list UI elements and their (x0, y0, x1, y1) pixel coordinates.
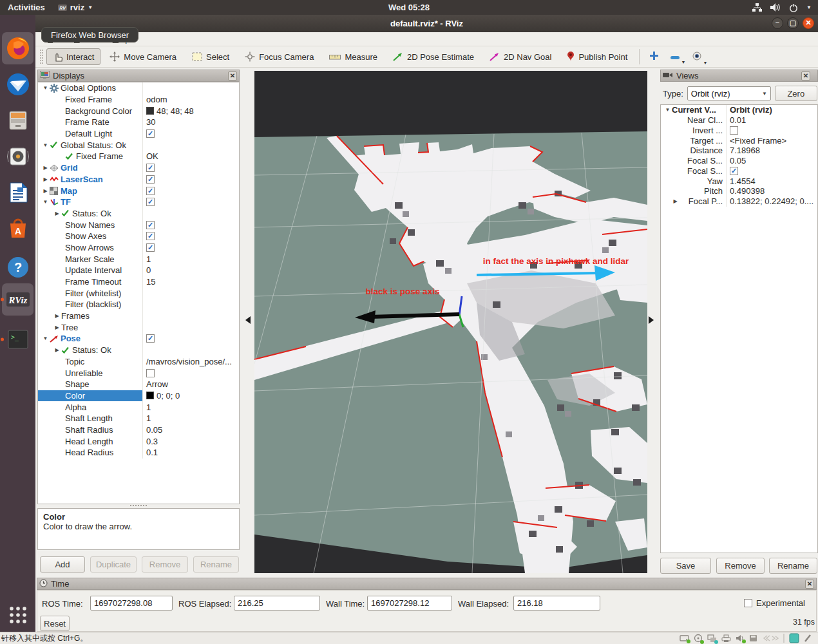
property-value[interactable]: 0.05 (730, 156, 746, 166)
tree-row[interactable]: Alpha1 (38, 401, 239, 413)
camera-view-button[interactable]: ▼ (687, 49, 707, 65)
tree-row[interactable]: Marker Scale1 (38, 253, 239, 265)
checkbox[interactable] (146, 369, 155, 377)
volume-icon[interactable] (770, 3, 781, 12)
property-value[interactable]: 1 (146, 402, 151, 412)
checkbox[interactable]: ✓ (146, 243, 155, 252)
pencil-icon[interactable] (804, 634, 812, 643)
tree-row[interactable]: ▼Global Options (38, 82, 239, 94)
tree-row[interactable]: ▼Global Status: Ok (38, 139, 239, 151)
expander-open-icon[interactable]: ▼ (41, 85, 50, 91)
checkbox[interactable] (730, 126, 738, 135)
color-swatch[interactable] (146, 392, 154, 399)
dock-item-terminal[interactable]: >_ (2, 323, 33, 355)
tree-row[interactable]: ▶Frames (38, 310, 239, 322)
collapse-left-panel-handle[interactable] (245, 316, 251, 324)
clock[interactable]: Wed 05:28 (0, 3, 818, 12)
property-value[interactable]: 0.3 (146, 437, 158, 446)
tree-row[interactable]: Head Radius0.1 (38, 447, 239, 459)
property-value[interactable]: 1.4554 (730, 176, 756, 186)
expander-open-icon[interactable]: ▼ (41, 199, 50, 205)
tree-row[interactable]: ▶LaserScan✓ (38, 174, 239, 185)
chevron-down-icon[interactable]: ▼ (806, 5, 812, 10)
property-value[interactable]: 0.05 (146, 425, 162, 435)
property-value[interactable]: odom (146, 95, 167, 104)
printer-icon[interactable] (721, 634, 731, 643)
2d-pose-estimate-tool[interactable]: 2D Pose Estimate (386, 49, 480, 65)
duplicate-button[interactable]: Duplicate (90, 556, 137, 573)
tree-row[interactable]: Frame Rate30 (38, 117, 239, 128)
checkbox[interactable]: ✓ (146, 221, 155, 229)
move-camera-tool[interactable]: Move Camera (103, 48, 183, 65)
tree-row[interactable]: Near Cl...0.01 (661, 115, 817, 126)
tree-row[interactable]: Head Length0.3 (38, 435, 239, 447)
view-type-select[interactable]: Orbit (rviz)▼ (687, 86, 771, 100)
wall-time-input[interactable] (367, 596, 452, 611)
dock-item-rhythmbox[interactable] (2, 140, 33, 173)
tree-row[interactable]: Shaft Length1 (38, 413, 239, 424)
checkbox[interactable]: ✓ (730, 167, 738, 175)
tree-row[interactable]: ▼Pose✓ (38, 333, 239, 345)
app-menu-button[interactable]: RV rviz ▼ (53, 3, 98, 12)
rename-view-button[interactable]: Rename (769, 558, 817, 574)
maximize-button[interactable]: ▢ (787, 17, 799, 29)
tree-row[interactable]: Frame Timeout15 (38, 276, 239, 288)
property-value[interactable]: Orbit (rviz) (730, 105, 772, 115)
property-value[interactable]: <Fixed Frame> (730, 136, 786, 146)
power-icon[interactable] (789, 3, 798, 12)
remove-view-button[interactable]: Remove (716, 558, 765, 574)
dock-item-help[interactable]: ? (2, 251, 33, 283)
3d-viewport[interactable]: in fact the axis in pixhawk and lidar bl… (254, 71, 647, 573)
activities-button[interactable]: Activities (0, 3, 53, 12)
tree-row[interactable]: Show Axes✓ (38, 231, 239, 242)
tree-row[interactable]: Color0; 0; 0 (38, 390, 239, 402)
dock-item-files[interactable] (2, 104, 33, 137)
expander-closed-icon[interactable]: ▶ (41, 188, 50, 194)
tree-row[interactable]: Filter (blacklist) (38, 299, 239, 310)
checkbox[interactable]: ✓ (146, 198, 155, 206)
input-method-icon[interactable] (789, 633, 799, 643)
expander-closed-icon[interactable]: ▶ (53, 347, 61, 353)
tree-row[interactable]: Target ...<Fixed Frame> (661, 135, 817, 146)
checkbox[interactable]: ✓ (146, 175, 155, 184)
dock-item-firefox[interactable] (2, 32, 33, 64)
tree-row[interactable]: Unreliable (38, 367, 239, 379)
property-value[interactable]: OK (146, 151, 158, 161)
zoom-out-button[interactable]: ▼ (666, 50, 685, 64)
save-view-button[interactable]: Save (660, 558, 711, 574)
tree-row[interactable]: Shaft Radius0.05 (38, 424, 239, 436)
property-value[interactable]: 15 (146, 277, 155, 287)
focus-camera-tool[interactable]: Focus Camera (238, 48, 320, 65)
experimental-checkbox[interactable] (744, 599, 752, 607)
tree-row[interactable]: Focal S...0.05 (661, 156, 817, 166)
tree-row[interactable]: ▶Focal P...0.13822; 0.22492; 0.... (661, 196, 817, 207)
tree-row[interactable]: Fixed Frameodom (38, 94, 239, 106)
checkbox[interactable]: ✓ (146, 129, 155, 138)
property-value[interactable]: 7.18968 (730, 146, 760, 155)
sound-icon[interactable] (736, 634, 745, 642)
measure-tool[interactable]: Measure (323, 49, 384, 65)
close-button[interactable]: ✕ (803, 17, 814, 29)
removable-media-icon[interactable] (749, 634, 757, 642)
close-icon[interactable]: ✕ (228, 71, 237, 80)
tree-row[interactable]: Default Light✓ (38, 128, 239, 140)
splitter-grip[interactable] (130, 505, 147, 506)
property-value[interactable]: 0 (146, 265, 151, 275)
workspaces-icon[interactable] (707, 634, 717, 643)
color-swatch[interactable] (146, 107, 154, 115)
ros-elapsed-input[interactable] (234, 596, 320, 611)
tree-row[interactable]: Background Color48; 48; 48 (38, 105, 239, 117)
expander-closed-icon[interactable]: ▶ (53, 313, 61, 319)
checkbox[interactable]: ✓ (146, 187, 155, 195)
tree-row[interactable]: ▶Grid✓ (38, 162, 239, 174)
tree-row[interactable]: Yaw1.4554 (661, 176, 817, 186)
property-value[interactable]: 0.490398 (730, 186, 765, 196)
interact-tool[interactable]: Interact (46, 48, 100, 65)
tree-row[interactable]: Update Interval0 (38, 265, 239, 276)
tree-row[interactable]: ▶Status: Ok (38, 208, 239, 220)
expander-closed-icon[interactable]: ▶ (41, 165, 50, 171)
tree-row[interactable]: Distance7.18968 (661, 146, 817, 156)
tree-row[interactable]: Focal S...✓ (661, 166, 817, 176)
remove-display-button[interactable]: Remove (142, 556, 188, 573)
experimental-checkbox-row[interactable]: Experimental (744, 598, 805, 608)
